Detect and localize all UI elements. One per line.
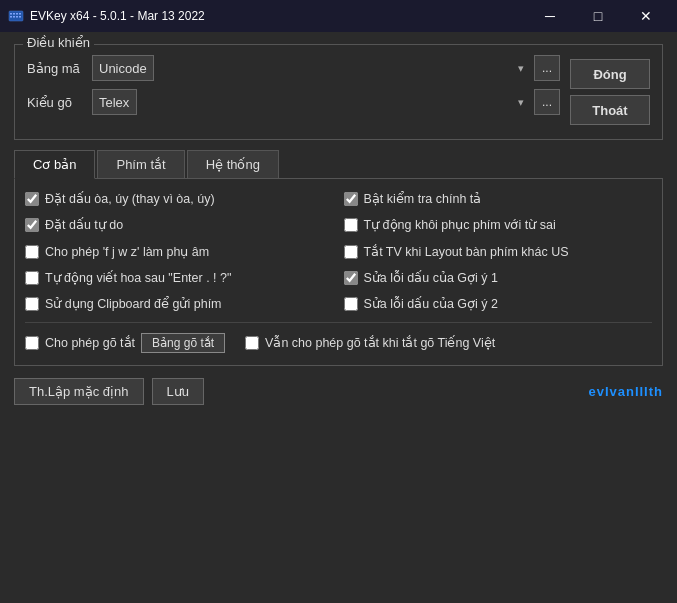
checkbox-label-7: Tự động viết hoa sau "Enter . ! ?" [45,270,231,286]
tab-co-ban[interactable]: Cơ bản [14,150,95,179]
bang-ma-select-wrapper: Unicode [92,55,530,81]
bottom-bar: Th.Lập mặc định Lưu evIvanIIIth [14,378,663,405]
window-controls: ─ □ ✕ [527,0,669,32]
checkbox-9[interactable] [25,297,39,311]
checkbox-item-3[interactable]: Đặt dấu tự do [25,217,334,233]
checkboxes-grid: Đặt dấu òa, úy (thay vì òa, úy) Bật kiểm… [25,191,652,312]
checkbox-item-9[interactable]: Sử dụng Clipboard để gửi phím [25,296,334,312]
checkbox-6[interactable] [344,245,358,259]
window-title: EVKey x64 - 5.0.1 - Mar 13 2022 [30,9,527,23]
kieu-go-select-wrapper: Telex [92,89,530,115]
tab-he-thong[interactable]: Hệ thống [187,150,279,178]
title-bar: EVKey x64 - 5.0.1 - Mar 13 2022 ─ □ ✕ [0,0,677,32]
shortcut-checkbox-item[interactable]: Cho phép gõ tắt [25,335,135,351]
svg-rect-1 [10,13,12,15]
kieu-go-row: Kiểu gõ Telex ... [27,89,560,115]
shortcut-right-checkbox[interactable] [245,336,259,350]
checkbox-item-8[interactable]: Sửa lỗi dấu của Gợi ý 1 [344,270,653,286]
kieu-go-select[interactable]: Telex [92,89,137,115]
shortcut-checkbox-label: Cho phép gõ tắt [45,335,135,351]
tabs-header: Cơ bản Phím tắt Hệ thống [14,150,663,179]
checkbox-3[interactable] [25,218,39,232]
checkbox-item-2[interactable]: Bật kiểm tra chính tả [344,191,653,207]
checkbox-item-5[interactable]: Cho phép 'f j w z' làm phụ âm [25,244,334,260]
kieu-go-label: Kiểu gõ [27,95,92,110]
bang-ma-select[interactable]: Unicode [92,55,154,81]
kieu-go-controls: Telex ... [92,89,560,115]
shortcut-section: Cho phép gõ tắt Bảng gõ tắt Vẫn cho phép… [25,322,652,353]
checkbox-5[interactable] [25,245,39,259]
checkbox-1[interactable] [25,192,39,206]
checkbox-label-10: Sửa lỗi dấu của Gợi ý 2 [364,296,499,312]
kieu-go-dots-button[interactable]: ... [534,89,560,115]
bang-ma-row: Bảng mã Unicode ... [27,55,560,81]
checkbox-label-6: Tắt TV khi Layout bàn phím khác US [364,244,569,260]
svg-rect-7 [16,16,18,18]
save-button[interactable]: Lưu [152,378,204,405]
checkbox-label-4: Tự động khôi phục phím với từ sai [364,217,556,233]
tab-phim-tat[interactable]: Phím tắt [97,150,184,178]
brand-text: evIvanIIIth [588,384,663,399]
checkbox-label-9: Sử dụng Clipboard để gửi phím [45,296,222,312]
checkbox-4[interactable] [344,218,358,232]
checkbox-item-1[interactable]: Đặt dấu òa, úy (thay vì òa, úy) [25,191,334,207]
shortcut-left: Cho phép gõ tắt Bảng gõ tắt [25,333,225,353]
shortcut-right-label: Vẫn cho phép gõ tắt khi tắt gõ Tiếng Việ… [265,335,495,351]
checkbox-item-4[interactable]: Tự động khôi phục phím với từ sai [344,217,653,233]
dieu-khien-right: Đóng Thoát [570,55,650,125]
checkbox-item-10[interactable]: Sửa lỗi dấu của Gợi ý 2 [344,296,653,312]
svg-rect-4 [19,13,21,15]
svg-rect-8 [19,16,21,18]
checkbox-7[interactable] [25,271,39,285]
tab-co-ban-content: Đặt dấu òa, úy (thay vì òa, úy) Bật kiểm… [14,179,663,366]
maximize-button[interactable]: □ [575,0,621,32]
bang-ma-dots-button[interactable]: ... [534,55,560,81]
checkbox-item-7[interactable]: Tự động viết hoa sau "Enter . ! ?" [25,270,334,286]
group-legend: Điều khiển [23,35,94,50]
dieu-khien-left: Bảng mã Unicode ... Kiểu gõ [27,55,560,125]
svg-rect-3 [16,13,18,15]
tabs-container: Cơ bản Phím tắt Hệ thống Đặt dấu òa, úy … [14,150,663,366]
shortcut-right-item[interactable]: Vẫn cho phép gõ tắt khi tắt gõ Tiếng Việ… [245,335,652,351]
dong-button[interactable]: Đóng [570,59,650,89]
svg-rect-6 [13,16,15,18]
svg-rect-5 [10,16,12,18]
checkbox-label-2: Bật kiểm tra chính tả [364,191,482,207]
checkbox-item-6[interactable]: Tắt TV khi Layout bàn phím khác US [344,244,653,260]
checkbox-8[interactable] [344,271,358,285]
checkbox-label-8: Sửa lỗi dấu của Gợi ý 1 [364,270,499,286]
bang-ma-controls: Unicode ... [92,55,560,81]
shortcut-checkbox[interactable] [25,336,39,350]
checkbox-label-5: Cho phép 'f j w z' làm phụ âm [45,244,209,260]
close-button[interactable]: ✕ [623,0,669,32]
thoat-button[interactable]: Thoát [570,95,650,125]
svg-rect-2 [13,13,15,15]
checkbox-10[interactable] [344,297,358,311]
app-icon [8,8,24,24]
bang-go-tat-button[interactable]: Bảng gõ tắt [141,333,225,353]
checkbox-label-3: Đặt dấu tự do [45,217,123,233]
main-content: Điều khiển Bảng mã Unicode ... Kiểu [0,32,677,603]
minimize-button[interactable]: ─ [527,0,573,32]
dieu-khien-group: Điều khiển Bảng mã Unicode ... Kiểu [14,44,663,140]
checkbox-2[interactable] [344,192,358,206]
bang-ma-label: Bảng mã [27,61,92,76]
checkbox-label-1: Đặt dấu òa, úy (thay vì òa, úy) [45,191,215,207]
reset-button[interactable]: Th.Lập mặc định [14,378,144,405]
